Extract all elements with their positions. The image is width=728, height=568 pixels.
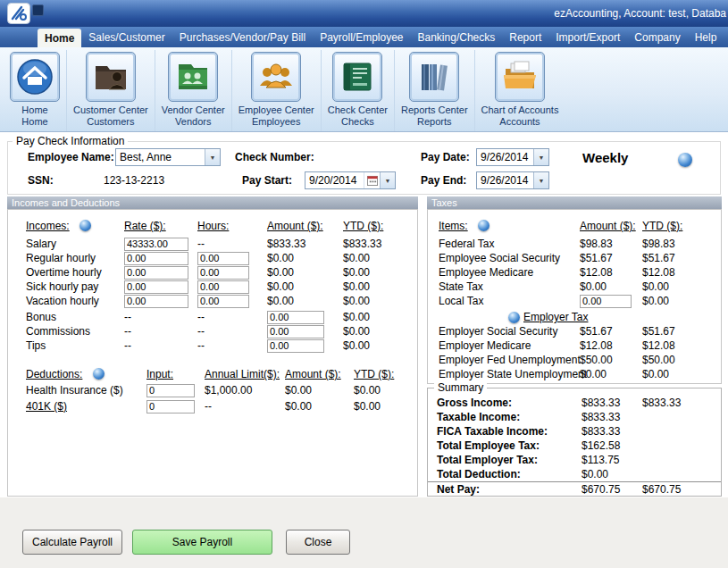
- sick-hourly-rate-input[interactable]: [124, 280, 188, 294]
- close-button[interactable]: Close: [286, 530, 350, 555]
- tab-home[interactable]: Home: [38, 29, 81, 47]
- pay-frequency-label: Weekly: [582, 150, 628, 165]
- summary-amount: $833.33: [582, 411, 642, 423]
- vacation-hourly-rate-input[interactable]: [124, 295, 188, 308]
- regular-hourly-rate-input[interactable]: [124, 252, 188, 265]
- ytd-column-header: YTD ($):: [642, 220, 721, 232]
- rate-column-header: Rate ($):: [124, 220, 197, 232]
- toolbar-check-center-title: Check Center: [328, 104, 388, 116]
- overtime-hourly-rate-input[interactable]: [124, 266, 188, 280]
- toolbar-vendor-center[interactable]: Vendor Center Vendors: [155, 50, 232, 131]
- taxes-header-text: Taxes: [431, 197, 457, 208]
- toolbar-employee-center[interactable]: Employee Center Employees: [232, 50, 322, 131]
- dropdown-arrow-icon[interactable]: ▼: [533, 172, 548, 188]
- income-ytd: $0.00: [343, 252, 417, 264]
- tax-ytd: $12.08: [642, 266, 721, 279]
- income-rate: --: [124, 311, 197, 323]
- income-ytd: $0.00: [343, 295, 417, 307]
- vacation-hourly-hours-input[interactable]: [197, 295, 249, 308]
- employee-name-combobox[interactable]: Best, Anne ▼: [115, 148, 221, 166]
- pay-start-value: 9/20/2014: [305, 172, 364, 188]
- toolbar-employee-center-subtitle: Employees: [252, 116, 300, 128]
- ytd-column-header: YTD ($):: [343, 220, 417, 232]
- deduction-label: Health Insurance ($): [26, 384, 146, 397]
- tab-banking-checks[interactable]: Banking/Checks: [411, 27, 503, 47]
- tax-label: Employer Medicare: [439, 339, 580, 352]
- tax-ytd: $51.67: [642, 252, 721, 264]
- incomes-column-header: Incomes:: [26, 220, 70, 232]
- income-row: Commissions -- -- $0.00: [8, 324, 417, 338]
- tax-ytd: $0.00: [642, 295, 721, 307]
- toolbar-check-center[interactable]: Check Center Checks: [322, 50, 395, 131]
- tax-row: Employer Social Security $51.67 $51.67: [428, 324, 721, 338]
- commissions-amount-input[interactable]: [267, 325, 324, 338]
- check-center-icon: [332, 52, 382, 102]
- incomes-help-globe-icon[interactable]: [79, 220, 91, 231]
- tab-purchases-vendor-pay-bill[interactable]: Purchases/Vendor/Pay Bill: [172, 27, 313, 47]
- income-amount: $0.00: [267, 280, 343, 293]
- deductions-column-header: Deductions:: [26, 368, 82, 380]
- regular-hourly-hours-input[interactable]: [197, 252, 249, 265]
- toolbar-customer-center[interactable]: Customer Center Customers: [67, 50, 155, 131]
- menu-tabbar: Home Sales/Customer Purchases/Vendor/Pay…: [0, 27, 728, 47]
- tab-report[interactable]: Report: [502, 27, 548, 47]
- toolbar-reports-center-subtitle: Reports: [417, 116, 452, 128]
- toolbar-reports-center[interactable]: Reports Center Reports: [395, 50, 475, 131]
- tab-company[interactable]: Company: [627, 27, 687, 47]
- bonus-amount-input[interactable]: [267, 311, 324, 324]
- salary-rate-input[interactable]: [124, 238, 188, 251]
- employer-tax-subheader-text: Employer Tax: [523, 311, 588, 323]
- income-rate: --: [124, 325, 197, 338]
- calendar-icon: [364, 172, 380, 188]
- dropdown-arrow-icon[interactable]: ▼: [380, 172, 395, 188]
- tax-label: Local Tax: [439, 295, 580, 307]
- income-rate: --: [124, 339, 197, 352]
- app-window: ezAccounting, Account: test, Databa Home…: [0, 0, 728, 568]
- summary-label: Taxable Income:: [437, 411, 582, 423]
- deduction-label-401k[interactable]: 401K ($): [26, 400, 146, 413]
- vendor-center-icon: [168, 52, 218, 102]
- tab-import-export[interactable]: Import/Export: [548, 27, 627, 47]
- paycheck-help-globe-icon[interactable]: [678, 153, 692, 167]
- dropdown-arrow-icon[interactable]: ▼: [533, 149, 548, 165]
- income-label: Tips: [26, 339, 124, 352]
- deductions-help-globe-icon[interactable]: [93, 368, 105, 380]
- tax-row: Employee Medicare $12.08 $12.08: [428, 265, 721, 280]
- taxes-help-globe-icon[interactable]: [478, 220, 490, 231]
- summary-row: Total Employee Tax: $162.58: [428, 439, 721, 453]
- local-tax-amount-input[interactable]: [580, 295, 632, 308]
- employer-tax-help-globe-icon[interactable]: [508, 312, 520, 323]
- summary-row: Total Employer Tax: $113.75: [428, 453, 721, 467]
- tax-row: Employer State Unemployment $0.00 $0.00: [428, 367, 721, 381]
- net-pay-ytd: $670.75: [642, 483, 721, 496]
- taxes-panel: Items: Amount ($): YTD ($): Federal Tax …: [427, 209, 722, 384]
- pay-end-value: 9/26/2014: [477, 172, 533, 188]
- toolbar-home[interactable]: Home Home: [4, 50, 67, 131]
- tab-payroll-employee[interactable]: Payroll/Employee: [313, 27, 410, 47]
- dropdown-arrow-icon[interactable]: ▼: [205, 149, 220, 165]
- tab-sales-customer[interactable]: Sales/Customer: [81, 27, 172, 47]
- health-insurance-input[interactable]: [146, 384, 195, 397]
- summary-amount: $113.75: [582, 454, 642, 466]
- pay-start-datepicker[interactable]: 9/20/2014 ▼: [305, 171, 396, 189]
- calculate-payroll-button[interactable]: Calculate Payroll: [22, 530, 122, 555]
- deduction-annual-limit: --: [205, 400, 285, 413]
- summary-amount: $833.33: [582, 425, 642, 438]
- save-payroll-button[interactable]: Save Payroll: [132, 530, 272, 555]
- pay-date-combobox[interactable]: 9/26/2014 ▼: [476, 148, 549, 166]
- income-ytd: $833.33: [343, 238, 417, 250]
- tab-help[interactable]: Help: [688, 27, 724, 47]
- income-label: Bonus: [26, 311, 124, 323]
- 401k-input[interactable]: [146, 400, 195, 413]
- incomes-deductions-section-header: Incomes and Deductions: [7, 196, 418, 209]
- income-amount: $0.00: [267, 266, 343, 279]
- overtime-hourly-hours-input[interactable]: [197, 266, 249, 280]
- hours-column-header: Hours:: [197, 220, 267, 232]
- toolbar-chart-of-accounts[interactable]: Chart of Accounts Accounts: [475, 50, 565, 131]
- pay-end-combobox[interactable]: 9/26/2014 ▼: [476, 171, 549, 189]
- input-column-header: Input:: [146, 368, 205, 380]
- pay-date-value: 9/26/2014: [477, 149, 533, 165]
- pay-date-label: Pay Date:: [421, 151, 470, 163]
- tips-amount-input[interactable]: [267, 339, 324, 353]
- sick-hourly-hours-input[interactable]: [197, 280, 249, 294]
